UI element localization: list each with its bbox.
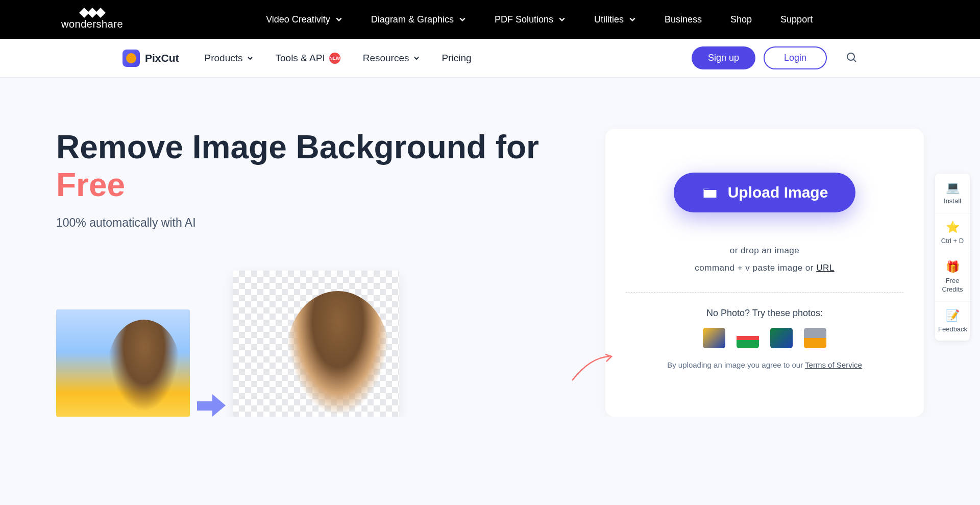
top-nav-shop[interactable]: Shop (730, 14, 752, 25)
top-nav: wondershare Video CreativityDiagram & Gr… (0, 0, 980, 39)
tos-link[interactable]: Terms of Service (805, 360, 862, 369)
url-link[interactable]: URL (816, 263, 835, 273)
product-icon (122, 50, 140, 67)
sub-nav-tools-api[interactable]: Tools & APINEW (276, 53, 340, 64)
top-nav-diagram-graphics[interactable]: Diagram & Graphics (371, 14, 466, 25)
sub-nav-pricing[interactable]: Pricing (442, 53, 472, 64)
arrow-icon (197, 394, 226, 417)
try-photos-label: No Photo? Try these photos: (626, 308, 903, 319)
hero-subtitle: 100% automatically with AI (56, 216, 575, 230)
side-icon: ⭐ (938, 221, 967, 234)
sample-thumb-2[interactable] (737, 328, 759, 348)
hero: Remove Image Background for Free 100% au… (0, 78, 980, 417)
side-panel: 💻Install⭐Ctrl + D🎁Free Credits📝Feedback (935, 174, 970, 341)
side-item-free-credits[interactable]: 🎁Free Credits (935, 253, 970, 302)
top-nav-pdf-solutions[interactable]: PDF Solutions (495, 14, 566, 25)
upload-hints: or drop an image command + v paste image… (626, 242, 903, 277)
sample-thumb-1[interactable] (703, 328, 725, 348)
login-button[interactable]: Login (764, 46, 827, 69)
product-name: PixCut (145, 52, 179, 64)
side-item-install[interactable]: 💻Install (935, 174, 970, 213)
hero-text-block: Remove Image Background for Free 100% au… (56, 129, 575, 417)
sample-thumb-4[interactable] (804, 328, 826, 348)
signup-button[interactable]: Sign up (692, 46, 755, 69)
folder-icon (701, 185, 719, 200)
search-icon[interactable] (845, 51, 857, 65)
side-item-ctrl-d[interactable]: ⭐Ctrl + D (935, 213, 970, 253)
upload-card: Upload Image or drop an image command + … (605, 129, 924, 417)
sub-nav-items: ProductsTools & APINEWResourcesPricing (205, 53, 472, 64)
svg-point-0 (847, 53, 854, 60)
top-nav-utilities[interactable]: Utilities (594, 14, 636, 25)
hero-title: Remove Image Background for Free (56, 129, 575, 204)
top-nav-video-creativity[interactable]: Video Creativity (266, 14, 342, 25)
side-icon: 📝 (938, 309, 967, 322)
demo-original-image (56, 309, 190, 417)
top-nav-items: Video CreativityDiagram & GraphicsPDF So… (266, 14, 813, 25)
svg-line-1 (853, 59, 856, 62)
demo-removed-image (233, 271, 399, 417)
upload-button[interactable]: Upload Image (674, 173, 856, 212)
hero-demo-images (56, 271, 575, 417)
sample-thumbnails (626, 328, 903, 348)
side-icon: 💻 (938, 181, 967, 194)
sub-nav-products[interactable]: Products (205, 53, 253, 64)
tos-text: By uploading an image you agree to our T… (626, 360, 903, 369)
top-nav-support[interactable]: Support (780, 14, 813, 25)
side-icon: 🎁 (938, 260, 967, 274)
brand-logo[interactable]: wondershare (61, 9, 123, 30)
paste-hint: command + v paste image or URL (626, 259, 903, 277)
top-nav-business[interactable]: Business (665, 14, 702, 25)
new-badge: NEW (329, 53, 340, 64)
sub-nav: PixCut ProductsTools & APINEWResourcesPr… (0, 39, 980, 78)
sample-thumb-3[interactable] (770, 328, 793, 348)
sub-nav-resources[interactable]: Resources (363, 53, 420, 64)
divider (626, 292, 903, 293)
brand-icon (81, 9, 104, 16)
product-logo[interactable]: PixCut (122, 50, 179, 67)
drop-hint: or drop an image (626, 242, 903, 259)
brand-text: wondershare (61, 18, 123, 30)
curved-arrow-icon (570, 352, 616, 383)
side-item-feedback[interactable]: 📝Feedback (935, 302, 970, 341)
